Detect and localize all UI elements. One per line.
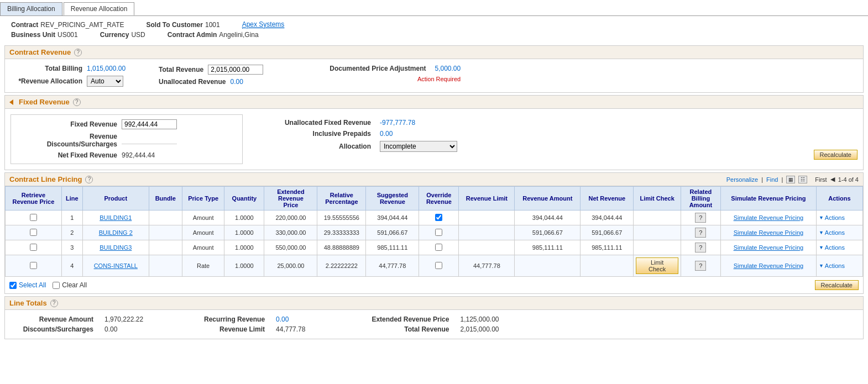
override-revenue-checkbox-2[interactable] bbox=[435, 229, 442, 236]
view-icon[interactable]: ▦ bbox=[786, 176, 795, 183]
col-bundle: Bundle bbox=[149, 187, 182, 211]
override-revenue-checkbox-1[interactable] bbox=[435, 214, 442, 221]
simulate-link-2[interactable]: Simulate Revenue Pricing bbox=[734, 229, 804, 236]
col-line: Line bbox=[61, 187, 82, 211]
product-link-2[interactable]: BUILDING 2 bbox=[99, 229, 133, 236]
tab-revenue[interactable]: Revenue Allocation bbox=[64, 2, 135, 15]
fixed-revenue-input[interactable] bbox=[122, 119, 177, 129]
actions-button-2[interactable]: Actions bbox=[819, 229, 845, 236]
currency-value: USD bbox=[131, 31, 145, 39]
clear-all-checkbox[interactable] bbox=[53, 282, 60, 289]
lt-recurring-revenue-value: 0.00 bbox=[276, 315, 289, 323]
select-all-checkbox[interactable] bbox=[9, 282, 17, 289]
lt-discounts-value: 0.00 bbox=[104, 325, 117, 333]
table-row: 2BUILDING 2Amount1.0000330,000.0029.3333… bbox=[6, 225, 863, 240]
revenue-limit-1 bbox=[459, 211, 515, 225]
product-1: BUILDING1 bbox=[82, 211, 149, 225]
product-link-3[interactable]: BUILDING3 bbox=[100, 244, 132, 251]
line-totals-title: Line Totals bbox=[9, 299, 47, 307]
total-billing-value: 1,015,000.00 bbox=[87, 65, 126, 72]
simulate-link-3[interactable]: Simulate Revenue Pricing bbox=[734, 244, 804, 251]
line-2: 2 bbox=[61, 225, 82, 240]
fixed-revenue-recalculate-button[interactable]: Recalculate bbox=[814, 150, 857, 160]
unallocated-fixed-revenue-value: -977,777.78 bbox=[380, 119, 415, 127]
unallocated-revenue-value: 0.00 bbox=[230, 78, 243, 86]
simulate-link-1[interactable]: Simulate Revenue Pricing bbox=[734, 214, 804, 221]
contract-revenue-help-icon[interactable]: ? bbox=[74, 49, 82, 56]
net-revenue-3: 985,111.11 bbox=[581, 240, 634, 255]
actions-button-3[interactable]: Actions bbox=[819, 244, 845, 251]
suggested-revenue-4: 44,777.78 bbox=[366, 255, 419, 277]
total-billing-label: Total Billing bbox=[16, 65, 82, 72]
simulate-link-4[interactable]: Simulate Revenue Pricing bbox=[734, 262, 804, 269]
personalize-link[interactable]: Personalize bbox=[726, 176, 758, 183]
revenue-limit-3 bbox=[459, 240, 515, 255]
actions-button-1[interactable]: Actions bbox=[819, 214, 845, 221]
find-link[interactable]: Find bbox=[766, 176, 778, 183]
col-suggested-revenue: SuggestedRevenue bbox=[366, 187, 419, 211]
extended-revenue-price-4: 25,000.00 bbox=[264, 255, 317, 277]
retrieve-checkbox-1[interactable] bbox=[30, 214, 37, 221]
col-actions: Actions bbox=[816, 187, 862, 211]
line-totals-section: Line Totals ? Revenue Amount 1,970,222.2… bbox=[4, 296, 864, 339]
contract-revenue-header: Contract Revenue ? bbox=[5, 46, 863, 59]
fixed-revenue-collapse-icon[interactable] bbox=[9, 99, 13, 105]
fixed-revenue-help-icon[interactable]: ? bbox=[73, 98, 81, 106]
table-footer: Select All Clear All Recalculate bbox=[5, 277, 863, 293]
product-link-4[interactable]: CONS-INSTALL bbox=[94, 262, 138, 269]
clear-all-label[interactable]: Clear All bbox=[62, 281, 87, 289]
total-revenue-input[interactable] bbox=[208, 65, 263, 75]
col-price-type: Price Type bbox=[182, 187, 224, 211]
actions-button-4[interactable]: Actions bbox=[819, 262, 845, 269]
related-billing-icon-2[interactable]: ? bbox=[695, 228, 706, 238]
bundle-4 bbox=[149, 255, 182, 277]
line-totals-help-icon[interactable]: ? bbox=[50, 299, 58, 307]
override-revenue-checkbox-3[interactable] bbox=[435, 244, 442, 251]
line-1: 1 bbox=[61, 211, 82, 225]
revenue-amount-4 bbox=[515, 255, 581, 277]
net-revenue-2: 591,066.67 bbox=[581, 225, 634, 240]
documented-price-adj-label: Documented Price Adjustment bbox=[330, 65, 426, 72]
allocation-select[interactable]: Incomplete Complete bbox=[380, 141, 457, 152]
clp-recalculate-button[interactable]: Recalculate bbox=[815, 280, 859, 290]
lt-discounts-label: Discounts/Surcharges bbox=[16, 325, 93, 333]
related-billing-icon-1[interactable]: ? bbox=[695, 213, 706, 223]
lt-total-revenue-value: 2,015,000.00 bbox=[460, 325, 499, 333]
suggested-revenue-1: 394,044.44 bbox=[366, 211, 419, 225]
line-3: 3 bbox=[61, 240, 82, 255]
price-type-3: Amount bbox=[182, 240, 224, 255]
revenue-allocation-label: *Revenue Allocation bbox=[16, 77, 82, 85]
override-revenue-checkbox-4[interactable] bbox=[435, 262, 442, 269]
revenue-allocation-select[interactable]: Auto Manual bbox=[87, 76, 123, 87]
price-type-2: Amount bbox=[182, 225, 224, 240]
grid-icon[interactable]: ☷ bbox=[798, 176, 807, 183]
retrieve-checkbox-2[interactable] bbox=[30, 229, 37, 236]
limit-check-button-4[interactable]: Limit Check bbox=[636, 257, 678, 274]
line-totals-header: Line Totals ? bbox=[5, 297, 863, 310]
col-net-revenue: Net Revenue bbox=[581, 187, 634, 211]
fixed-revenue-label: Fixed Revenue bbox=[18, 120, 117, 128]
revenue-limit-4: 44,777.78 bbox=[459, 255, 515, 277]
fixed-revenue-section: Fixed Revenue ? Fixed Revenue Revenue Di… bbox=[4, 95, 864, 170]
revenue-discounts-label: Revenue Discounts/Surcharges bbox=[18, 133, 117, 148]
apex-systems-link[interactable]: Apex Systems bbox=[242, 20, 285, 29]
select-all-label[interactable]: Select All bbox=[19, 281, 46, 289]
quantity-3: 1.0000 bbox=[224, 240, 264, 255]
relative-percentage-1: 19.55555556 bbox=[317, 211, 366, 225]
clp-help-icon[interactable]: ? bbox=[85, 176, 93, 183]
col-retrieve: RetrieveRevenue Price bbox=[6, 187, 62, 211]
line-4: 4 bbox=[61, 255, 82, 277]
retrieve-checkbox-3[interactable] bbox=[30, 244, 37, 251]
contract-value: REV_PRICING_AMT_RATE bbox=[40, 21, 124, 29]
contract-revenue-title: Contract Revenue bbox=[9, 48, 71, 56]
related-billing-icon-4[interactable]: ? bbox=[695, 261, 706, 271]
tab-billing[interactable]: Billing Allocation bbox=[0, 2, 62, 15]
col-revenue-amount: Revenue Amount bbox=[515, 187, 581, 211]
related-billing-icon-3[interactable]: ? bbox=[695, 243, 706, 253]
fixed-revenue-title: Fixed Revenue bbox=[19, 98, 70, 106]
sold-to-label: Sold To Customer bbox=[147, 21, 203, 29]
col-extended-revenue-price: ExtendedRevenuePrice bbox=[264, 187, 317, 211]
tabs-container: Billing Allocation Revenue Allocation bbox=[0, 0, 868, 16]
product-link-1[interactable]: BUILDING1 bbox=[100, 214, 132, 221]
retrieve-checkbox-4[interactable] bbox=[30, 262, 37, 269]
